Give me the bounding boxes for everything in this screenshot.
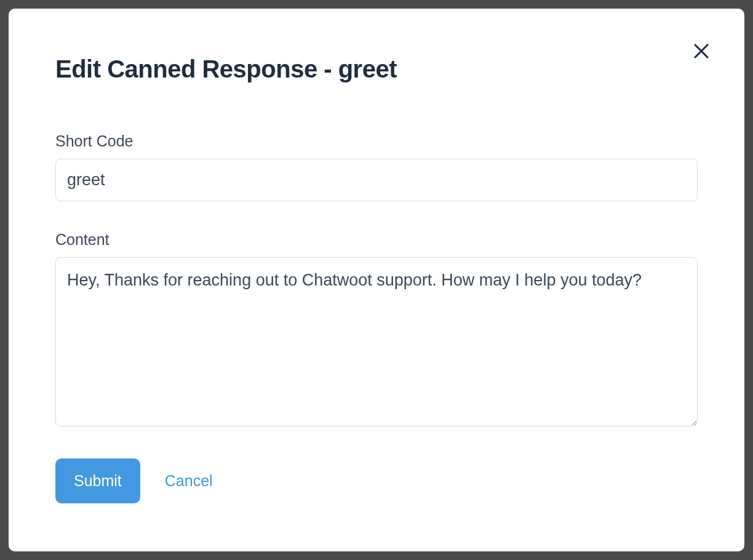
edit-canned-response-modal: Edit Canned Response - greet Short Code …	[9, 9, 744, 551]
cancel-button[interactable]: Cancel	[165, 472, 213, 490]
close-button[interactable]	[688, 38, 715, 65]
modal-title: Edit Canned Response - greet	[55, 55, 698, 83]
content-textarea[interactable]	[55, 257, 698, 426]
short-code-label: Short Code	[55, 132, 698, 150]
short-code-input[interactable]	[55, 159, 698, 201]
content-label: Content	[55, 231, 698, 249]
button-row: Submit Cancel	[55, 458, 698, 503]
close-icon	[692, 42, 711, 62]
short-code-field-group: Short Code	[55, 132, 698, 201]
submit-button[interactable]: Submit	[55, 458, 140, 503]
content-field-group: Content	[55, 231, 698, 429]
